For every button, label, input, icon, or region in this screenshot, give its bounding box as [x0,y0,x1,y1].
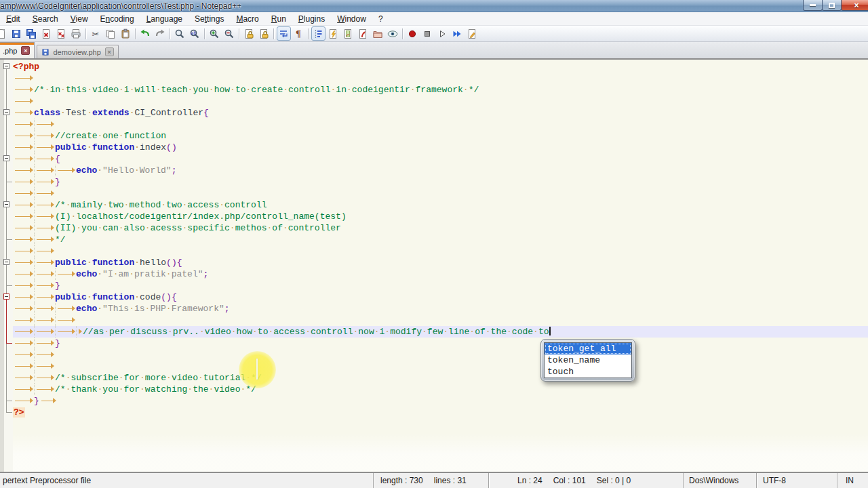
fold-margin [0,73,13,84]
tab-whitespace-arrow [34,268,55,280]
fold-toggle-icon[interactable] [3,201,9,207]
zoom-out-button[interactable] [222,26,237,41]
autocomplete-item[interactable]: token_get_all [545,343,631,354]
tab-demoview-php[interactable]: demoview.php× [37,45,118,58]
code-line-3[interactable]: /*·in·this·video·i·will·teach·you·how·to… [0,84,868,96]
code-line-14[interactable]: (I)·localhost/codeigentir/index.php/cont… [0,211,868,222]
menu-item-plugins[interactable]: Plugins [292,12,331,25]
code-line-30[interactable]: } [0,395,868,407]
menu-item-macro[interactable]: Macro [230,12,264,25]
autocomplete-item[interactable]: touch [545,366,631,378]
status-eol-format[interactable]: Dos\Windows [683,473,756,488]
code-line-23[interactable] [0,314,868,326]
code-line-29[interactable]: /*·thank·you·for·watching·the·video·*/ [0,384,868,395]
macro-save-button[interactable] [465,26,479,41]
function-list-button[interactable] [326,26,340,41]
code-line-5[interactable]: class·Test·extends·CI_Controller{ [0,107,868,119]
close-all-button[interactable] [54,26,68,41]
code-line-22[interactable]: echo·"This·is·PHP·Framework"; [0,303,868,314]
code-line-18[interactable]: public·function·hello(){ [0,257,868,268]
tab-whitespace-arrow [13,96,34,107]
copy-button[interactable] [104,26,118,41]
code-line-25[interactable]: } [0,338,868,349]
sync-vertical-button[interactable] [242,26,256,41]
undo-button[interactable] [138,26,153,41]
print-button[interactable] [69,26,83,41]
print-icon [71,28,81,39]
sync-horizontal-button[interactable] [257,26,271,41]
tab-close-icon[interactable]: × [105,47,114,56]
maximize-button[interactable] [822,0,842,11]
fold-margin [0,257,13,268]
code-line-24[interactable]: //as·per·discuss·prv..·video·how·to·acce… [0,326,868,338]
word-wrap-button[interactable] [277,26,291,41]
code-line-4[interactable] [0,96,868,107]
code-line-6[interactable] [0,119,868,130]
macro-play-button[interactable] [435,26,450,41]
code-line-11[interactable]: } [0,176,868,188]
status-encoding[interactable]: UTF-8 [756,473,837,488]
fold-toggle-icon[interactable] [3,293,9,300]
code-line-16[interactable]: */ [0,234,868,245]
fold-margin [0,119,13,130]
status-insert-mode[interactable]: IN [837,473,868,488]
menu-item-window[interactable]: Window [331,12,372,25]
cut-button[interactable]: ✂ [89,26,103,41]
close-file-button[interactable] [39,26,54,41]
indent-guide-button[interactable] [311,26,326,41]
menu-item-edit[interactable]: Edit [0,12,26,25]
code-line-17[interactable] [0,245,868,257]
code-line-15[interactable]: (II)·you·can·also·acesss·specific·methos… [0,222,868,234]
tab-php[interactable]: .php× [0,42,35,58]
editor[interactable]: <?php/*·in·this·video·i·will·teach·you·h… [0,60,868,472]
document-map-button[interactable] [341,26,355,41]
code-line-21[interactable]: public·function·code(){ [0,291,868,303]
code-line-27[interactable] [0,361,868,372]
tab-close-icon[interactable]: × [21,46,30,55]
code-line-19[interactable]: echo·"I·am·pratik·patel"; [0,268,868,280]
macro-stop-button[interactable] [420,26,435,41]
code-line-12[interactable] [0,188,868,199]
fold-toggle-icon[interactable] [3,259,9,265]
menu-item-encoding[interactable]: Encoding [94,12,140,25]
code-line-7[interactable]: //create·one·function [0,130,868,142]
paste-button[interactable] [119,26,133,41]
code-line-9[interactable]: { [0,153,868,165]
save-all-button[interactable] [24,26,39,41]
autocomplete-item[interactable]: token_name [545,354,631,366]
redo-button[interactable] [153,26,167,41]
show-all-characters-button[interactable]: ¶ [292,26,306,41]
code-line-1[interactable]: <?php [0,61,868,73]
code-line-26[interactable] [0,349,868,361]
replace-button[interactable]: ab [188,26,202,41]
macro-run-multiple-button[interactable] [450,26,465,41]
menu-item-language[interactable]: Language [140,12,189,25]
file-browser-button[interactable] [356,26,370,41]
code-line-13[interactable]: /*·mainly·two·method·two·access·controll [0,199,868,211]
menu-item-settings[interactable]: Settings [189,12,230,25]
fold-toggle-icon[interactable] [3,109,9,115]
new-file-button[interactable] [0,26,9,41]
code-line-20[interactable]: } [0,280,868,291]
tab-whitespace-arrow [34,199,55,211]
code-line-8[interactable]: public·function·index() [0,142,868,153]
menu-item-help[interactable]: ? [372,12,389,25]
code-line-31[interactable]: ?> [0,407,868,418]
fold-toggle-icon[interactable] [3,63,9,69]
menu-item-run[interactable]: Run [265,12,292,25]
code-area[interactable]: <?php/*·in·this·video·i·will·teach·you·h… [0,60,868,418]
fold-toggle-icon[interactable] [3,155,9,161]
menu-item-search[interactable]: Search [26,12,64,25]
code-line-10[interactable]: echo·"Hello·World"; [0,165,868,176]
zoom-in-button[interactable] [208,26,222,41]
save-button[interactable] [9,26,24,41]
macro-record-button[interactable] [406,26,420,41]
folder-as-workspace-button[interactable] [371,26,385,41]
code-line-2[interactable] [0,73,868,84]
code-line-28[interactable]: /*·subscribe·for·more·video·tutorial·*/ [0,372,868,384]
find-button[interactable] [173,26,187,41]
minimize-button[interactable] [803,0,823,11]
close-button[interactable]: × [841,0,868,11]
menu-item-view[interactable]: View [64,12,94,25]
preview-button[interactable] [386,26,400,41]
